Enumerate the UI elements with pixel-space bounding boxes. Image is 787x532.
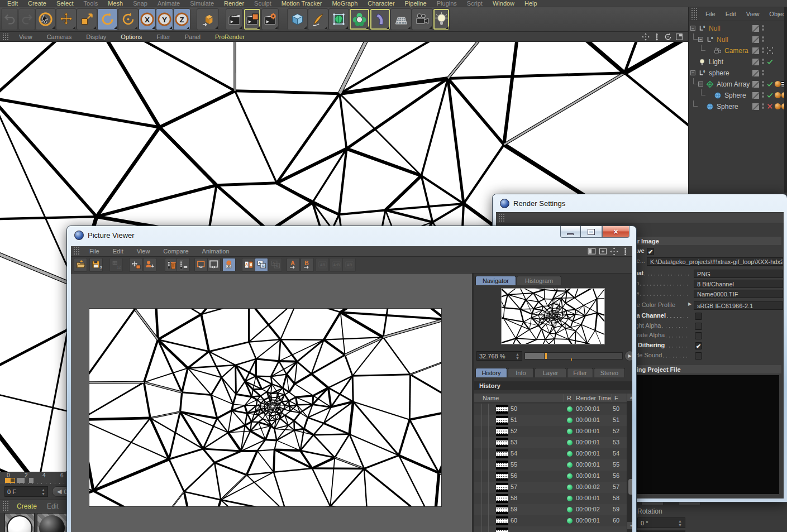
menu-pipeline[interactable]: Pipeline bbox=[400, 0, 432, 7]
navigator-thumbnail[interactable] bbox=[501, 288, 605, 344]
visibility-dots[interactable] bbox=[762, 103, 764, 109]
clear-list-button[interactable] bbox=[177, 258, 190, 272]
object-label[interactable]: Null bbox=[709, 25, 721, 32]
history-row-57[interactable]: 5700:00:0257 bbox=[474, 482, 627, 493]
object-row-light-3[interactable]: Light bbox=[689, 56, 787, 68]
visibility-dots[interactable] bbox=[762, 36, 764, 42]
history-row-52[interactable]: 5200:00:0152 bbox=[474, 426, 627, 437]
grip-handle[interactable] bbox=[2, 501, 9, 512]
lock-y-button[interactable]: Y bbox=[156, 8, 173, 30]
grip-handle[interactable] bbox=[690, 8, 698, 20]
lock-z-button[interactable]: Z bbox=[173, 8, 190, 30]
history-row-50[interactable]: 5000:00:0150 bbox=[474, 404, 627, 415]
name-dropdown[interactable]: Name0000.TIF bbox=[694, 290, 783, 298]
layer-icon[interactable] bbox=[752, 92, 759, 99]
straight-alpha-checkbox[interactable] bbox=[695, 323, 702, 330]
material-menu-create[interactable]: Create bbox=[12, 503, 42, 510]
history-scrollbar[interactable]: ▲ ▼ bbox=[627, 394, 632, 532]
history-row-51[interactable]: 5100:00:0151 bbox=[474, 415, 627, 426]
object-label[interactable]: sphere bbox=[709, 69, 729, 77]
lock-x-button[interactable]: X bbox=[139, 8, 156, 30]
visibility-dots[interactable] bbox=[762, 70, 764, 75]
visibility-dots[interactable] bbox=[762, 92, 764, 98]
object-label[interactable]: Null bbox=[717, 36, 728, 44]
viewport-menu-filter[interactable]: Filter bbox=[149, 33, 177, 40]
layer-icon[interactable] bbox=[752, 103, 759, 110]
slider-marker[interactable] bbox=[545, 353, 547, 359]
scroll-up-icon[interactable]: ▲ bbox=[627, 394, 632, 401]
viewport-menu-options[interactable]: Options bbox=[113, 33, 149, 40]
menu-sculpt[interactable]: Sculpt bbox=[249, 0, 276, 7]
history-row-60[interactable]: 6000:00:0160 bbox=[474, 515, 627, 526]
object-manager-menu-view[interactable]: View bbox=[741, 11, 765, 17]
column-header-name[interactable]: Name bbox=[483, 395, 499, 401]
viewport-menu-view[interactable]: View bbox=[12, 33, 40, 40]
zoom-icon[interactable] bbox=[621, 247, 630, 256]
rotation-field-2[interactable] bbox=[637, 530, 685, 532]
pv-menu-compare[interactable]: Compare bbox=[156, 248, 195, 255]
split-view-icon[interactable] bbox=[587, 247, 597, 256]
add-generator-button[interactable] bbox=[328, 8, 349, 30]
column-header-render-time[interactable]: Render Time bbox=[576, 395, 611, 401]
object-manager-menu-edit[interactable]: Edit bbox=[721, 11, 741, 17]
file-path-field[interactable]: K:\Data\geko_projects\!!!xtrax-gif_loop\… bbox=[647, 257, 783, 266]
save-checkbox[interactable]: ✔ bbox=[647, 248, 654, 255]
tab-info[interactable]: Info bbox=[508, 368, 534, 377]
load-user-button[interactable] bbox=[143, 258, 156, 272]
tab-filter[interactable]: Filter bbox=[567, 368, 593, 377]
tab-histogram[interactable]: Histogram bbox=[517, 276, 561, 285]
rotate-button[interactable] bbox=[97, 8, 118, 30]
layer-icon[interactable] bbox=[752, 81, 759, 88]
menu-simulate[interactable]: Simulate bbox=[185, 0, 219, 7]
pv-menu-edit[interactable]: Edit bbox=[106, 248, 130, 255]
ab-split-button[interactable]: AB bbox=[242, 258, 255, 272]
object-manager-menu-objects[interactable]: Objects bbox=[764, 11, 787, 17]
menu-mesh[interactable]: Mesh bbox=[103, 0, 128, 7]
picture-viewer-window[interactable]: Picture Viewer × FileEditViewCompareAnim… bbox=[67, 226, 636, 532]
history-row-59[interactable]: 5900:00:0259 bbox=[474, 504, 627, 515]
expand-toggle[interactable]: − bbox=[698, 37, 703, 42]
menu-help[interactable]: Help bbox=[519, 0, 542, 7]
layer-icon[interactable] bbox=[752, 59, 759, 65]
rotation-field[interactable]: 0 °▲▼ bbox=[637, 517, 685, 528]
object-label[interactable]: Sphere bbox=[717, 103, 738, 111]
spinner-icon[interactable]: ▲▼ bbox=[41, 488, 45, 496]
spinner-icon[interactable]: ▲▼ bbox=[516, 352, 519, 360]
minimize-button[interactable] bbox=[560, 226, 580, 238]
menu-animate[interactable]: Animate bbox=[152, 0, 185, 7]
viewport-pan-icon[interactable] bbox=[641, 32, 650, 41]
visibility-dots[interactable] bbox=[762, 81, 764, 87]
live-selection-button[interactable] bbox=[35, 8, 56, 30]
menu-plugins[interactable]: Plugins bbox=[432, 0, 462, 7]
column-header-r[interactable]: R bbox=[567, 395, 571, 401]
picture-viewer-titlebar[interactable]: Picture Viewer bbox=[67, 226, 636, 244]
ab-overlay-button[interactable]: AB bbox=[255, 258, 268, 272]
white-material[interactable] bbox=[4, 513, 35, 532]
alpha-channel-checkbox[interactable] bbox=[695, 313, 702, 320]
menu-script[interactable]: Script bbox=[462, 0, 488, 7]
move-button[interactable] bbox=[56, 8, 77, 30]
compare-grid-button[interactable]: A:B bbox=[330, 258, 343, 272]
viewport-menu-cameras[interactable]: Cameras bbox=[40, 33, 79, 40]
depth-dropdown[interactable]: 8 Bit/Channel bbox=[694, 280, 783, 288]
object-row-sphere-6[interactable]: Sphere bbox=[689, 90, 787, 101]
layer-icon[interactable] bbox=[752, 25, 759, 32]
layer-icon[interactable] bbox=[752, 36, 759, 43]
add-floor-button[interactable] bbox=[390, 8, 412, 30]
add-spline-button[interactable] bbox=[308, 8, 328, 30]
format-dropdown[interactable]: PNG bbox=[694, 270, 783, 278]
coordinate-system-button[interactable] bbox=[197, 8, 219, 30]
add-camera-button[interactable] bbox=[412, 8, 433, 30]
history-row-partial[interactable] bbox=[474, 526, 627, 532]
menu-mograph[interactable]: MoGraph bbox=[327, 0, 363, 7]
include-sound-checkbox[interactable] bbox=[695, 352, 702, 360]
menu-snap[interactable]: Snap bbox=[128, 0, 152, 7]
redo-button[interactable] bbox=[18, 8, 35, 30]
set-b-button[interactable]: B bbox=[301, 258, 314, 272]
menu-character[interactable]: Character bbox=[363, 0, 399, 7]
history-table[interactable]: 5000:00:01505100:00:01515200:00:01525300… bbox=[474, 404, 627, 532]
object-row-sphere-4[interactable]: −0sphere bbox=[689, 68, 787, 79]
pv-menu-animation[interactable]: Animation bbox=[195, 248, 236, 255]
viewport-menu-display[interactable]: Display bbox=[79, 33, 113, 40]
save-file-button[interactable]: ? bbox=[89, 258, 103, 272]
